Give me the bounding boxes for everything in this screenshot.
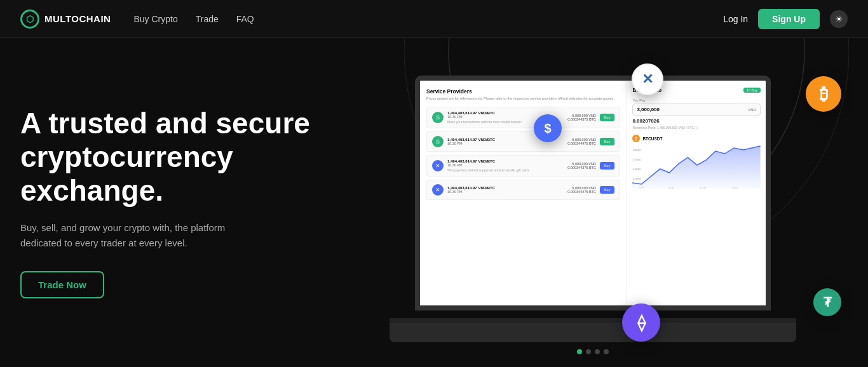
nav-faq[interactable]: FAQ bbox=[236, 14, 254, 24]
sp-row-4: ✕ 1,494,403,614.97 VND/BTC 10.30 PM 6,00… bbox=[426, 180, 620, 200]
bc-input-value: 3,000,000 bbox=[637, 107, 748, 112]
screen-content: Service Providers Prices quoted are for … bbox=[420, 81, 766, 305]
sp-title: Service Providers bbox=[426, 88, 620, 95]
svg-text:9:00: 9:00 bbox=[640, 187, 645, 189]
buy-crypto-panel: Buy Crypto 10 Buy You Pay 3,000,000 VND … bbox=[627, 81, 766, 305]
login-button[interactable]: Log In bbox=[723, 14, 748, 24]
svg-text:10:00: 10:00 bbox=[668, 187, 674, 189]
hero-left: A trusted and secure cryptocurrency exch… bbox=[20, 107, 338, 298]
hero-subtitle: Buy, sell, and grow your crypto with, th… bbox=[20, 220, 249, 251]
navbar: ⬡ MULTOCHAIN Buy Crypto Trade FAQ Log In… bbox=[0, 0, 868, 38]
logo-text: MULTOCHAIN bbox=[44, 13, 111, 24]
dot-2[interactable] bbox=[586, 349, 591, 354]
carousel-dots bbox=[577, 349, 609, 354]
chart-legend: ₿ BTCUSDT bbox=[632, 135, 761, 142]
sp-icon-2: S bbox=[432, 136, 444, 147]
sp-buy-btn-3[interactable]: Buy bbox=[600, 162, 614, 170]
sp-info-3: 1,494,403,614.97 VND/BTC 10.30 PM 50m pa… bbox=[447, 159, 564, 172]
chart-coin-name: BTCUSDT bbox=[642, 137, 662, 141]
bc-ref-price: Reference Price: 1,450,000,000 VND / BTC… bbox=[632, 126, 761, 130]
tether-icon: ₮ bbox=[813, 288, 841, 316]
sp-icon-1: S bbox=[432, 112, 444, 123]
dot-3[interactable] bbox=[595, 349, 600, 354]
sp-icon-3: ✕ bbox=[432, 160, 444, 171]
bc-result-value: 0.00207026 bbox=[632, 118, 761, 124]
bc-badge: 10 Buy bbox=[743, 88, 761, 93]
bc-input-currency: VND bbox=[748, 108, 756, 112]
nav-right: Log In Sign Up ☀ bbox=[723, 9, 848, 29]
hero-right: ✕ $ ₿ ₮ ⟠ Service Providers Prices quote… bbox=[338, 38, 848, 367]
sp-buy-btn-2[interactable]: Buy bbox=[600, 138, 614, 145]
sp-row-1: S 1,494,403,614.97 VND/BTC 10.30 PM Make… bbox=[426, 107, 620, 128]
bc-input-row[interactable]: 3,000,000 VND bbox=[632, 103, 761, 116]
svg-text:11:00: 11:00 bbox=[700, 187, 707, 189]
nav-buy-crypto[interactable]: Buy Crypto bbox=[133, 14, 177, 24]
laptop-base bbox=[390, 323, 796, 342]
dot-1[interactable] bbox=[577, 349, 582, 354]
sp-info-4: 1,494,403,614.97 VND/BTC 10.30 PM bbox=[447, 186, 564, 194]
sp-row-3: ✕ 1,494,403,614.97 VND/BTC 10.30 PM 50m … bbox=[426, 155, 620, 177]
dot-4[interactable] bbox=[604, 349, 609, 354]
bc-input-label: You Pay bbox=[632, 98, 761, 102]
trade-now-button[interactable]: Trade Now bbox=[20, 271, 104, 298]
btc-icon: ₿ bbox=[632, 135, 640, 142]
dollar-icon: $ bbox=[534, 114, 562, 142]
sp-buy-btn-4[interactable]: Buy bbox=[600, 186, 614, 194]
ripple-icon: ✕ bbox=[632, 63, 663, 95]
theme-toggle[interactable]: ☀ bbox=[830, 10, 848, 28]
ethereum-icon: ⟠ bbox=[622, 304, 660, 342]
nav-links: Buy Crypto Trade FAQ bbox=[133, 13, 723, 25]
logo-icon: ⬡ bbox=[20, 10, 39, 29]
logo: ⬡ MULTOCHAIN bbox=[20, 10, 111, 29]
price-chart: 50000 47000 44000 41000 9:00 10:00 11:00… bbox=[632, 145, 761, 189]
sp-icon-4: ✕ bbox=[432, 184, 444, 196]
sp-buy-btn-1[interactable]: Buy bbox=[600, 114, 614, 121]
hero-section: A trusted and secure cryptocurrency exch… bbox=[0, 38, 868, 367]
sp-subtitle: Prices quoted are for reference only. Pl… bbox=[426, 97, 620, 102]
svg-text:12:00: 12:00 bbox=[732, 187, 738, 189]
svg-text:50000: 50000 bbox=[634, 149, 642, 152]
nav-trade[interactable]: Trade bbox=[196, 14, 219, 24]
signup-button[interactable]: Sign Up bbox=[758, 9, 820, 29]
laptop-mockup: Service Providers Prices quoted are for … bbox=[390, 76, 796, 342]
hero-title: A trusted and secure cryptocurrency exch… bbox=[20, 107, 338, 208]
svg-text:41000: 41000 bbox=[634, 177, 642, 180]
laptop-screen: Service Providers Prices quoted are for … bbox=[415, 76, 771, 310]
chart-area: ₿ BTCUSDT bbox=[632, 135, 761, 190]
service-providers-panel: Service Providers Prices quoted are for … bbox=[420, 81, 627, 305]
svg-text:47000: 47000 bbox=[634, 158, 642, 161]
sp-row-2: S 1,494,403,614.97 VND/BTC 10.30 PM 5,00… bbox=[426, 131, 620, 152]
bitcoin-icon: ₿ bbox=[806, 76, 841, 112]
laptop-hinge bbox=[390, 318, 796, 323]
svg-text:44000: 44000 bbox=[634, 168, 642, 171]
